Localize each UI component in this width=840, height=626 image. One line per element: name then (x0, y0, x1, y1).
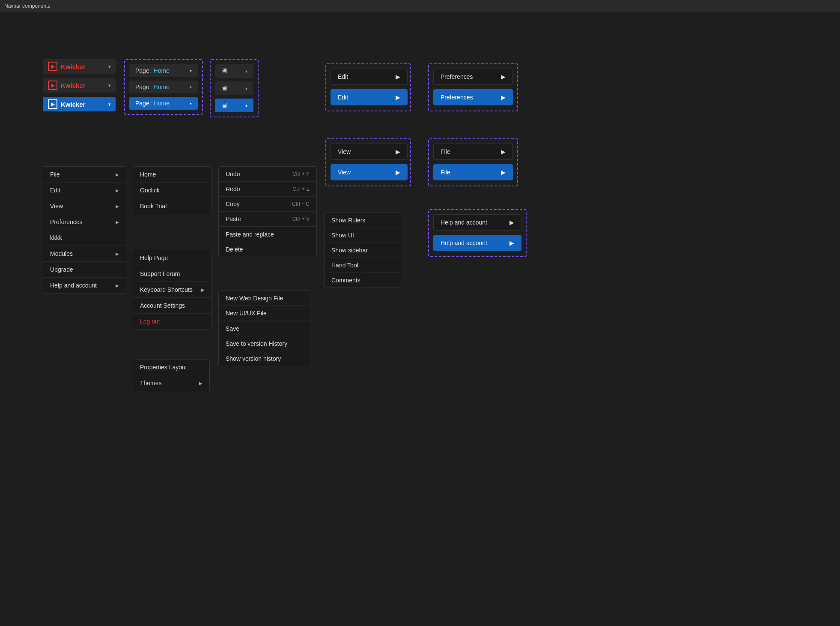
preferences-row-blue[interactable]: Preferences ▶ (433, 89, 513, 105)
nav-item-home[interactable]: Home (133, 167, 211, 183)
menu-item-upgrade-label: Upgrade (50, 266, 73, 273)
help-item-support-forum[interactable]: Support Forum (133, 266, 211, 282)
monitor-btn-dark2[interactable]: 🖥 ▾ (215, 81, 253, 95)
file-sub-new-ui[interactable]: New UI/UX File (219, 306, 310, 321)
page-label2: Page: (135, 84, 151, 90)
title-bar-label: Navbar components (4, 3, 50, 9)
menu-item-help[interactable]: Help and account ▶ (43, 278, 126, 293)
preferences-arrow-normal: ▶ (501, 73, 506, 80)
nav-item-book-trial[interactable]: Book Trial (133, 198, 211, 214)
file-sub-show-version[interactable]: Show version history (219, 351, 310, 366)
file-sub-save-label: Save (226, 325, 239, 332)
edit-row-blue[interactable]: Edit ▶ (331, 89, 408, 105)
shortcut-copy[interactable]: Copy Ctrl + C (219, 197, 316, 212)
page-btn-blue[interactable]: Page: Home ▾ (129, 97, 198, 110)
page-btn-dark1[interactable]: Page: Home ▾ (129, 64, 198, 77)
kwicker-label3: Kwicker (61, 101, 86, 108)
menu-item-file[interactable]: File ▶ (43, 167, 126, 183)
menu-item-help-arrow: ▶ (116, 283, 119, 288)
monitor-chevron1: ▾ (245, 69, 247, 74)
file-label-blue: File (441, 169, 450, 176)
edit-arrow-blue: ▶ (396, 94, 400, 101)
help-row-blue-top[interactable]: Help and account ▶ (433, 235, 521, 251)
kwicker-icon: ▶ (48, 62, 57, 71)
menu-item-file-label: File (50, 171, 60, 178)
help-item-log-out[interactable]: Log out (133, 314, 211, 329)
view-item-show-sidebar[interactable]: Show sidebar (325, 243, 401, 258)
page-dropdown-group: Page: Home ▾ Page: Home ▾ Page: Home ▾ (124, 59, 203, 115)
page-btn-dark2[interactable]: Page: Home ▾ (129, 81, 198, 93)
view-item-comments[interactable]: Comments (325, 273, 401, 288)
properties-item-themes-label: Themes (140, 380, 162, 386)
shortcut-paste-kbd: Ctrl + V (292, 216, 310, 222)
monitor-btn-blue[interactable]: 🖥 ▾ (215, 99, 253, 112)
help-dashed-container-top: Help and account ▶ Help and account ▶ (428, 209, 527, 257)
menu-item-kkkk-label: kkkk (50, 234, 62, 241)
menu-item-preferences-label: Preferences (50, 219, 82, 225)
view-dashed-container: View ▶ View ▶ (325, 138, 411, 186)
nav-item-book-trial-label: Book Trial (140, 203, 167, 210)
menu-item-kkkk[interactable]: kkkk (43, 230, 126, 246)
menu-item-edit-label: Edit (50, 187, 60, 194)
menu-item-help-label: Help and account (50, 282, 97, 289)
nav-item-onclick[interactable]: Onclick (133, 183, 211, 198)
file-dashed-container: File ▶ File ▶ (428, 138, 518, 186)
edit-arrow-normal: ▶ (396, 73, 400, 80)
view-item-show-sidebar-label: Show sidebar (331, 247, 368, 254)
view-arrow-normal: ▶ (396, 148, 400, 155)
shortcut-redo[interactable]: Redo Ctrl + Z (219, 182, 316, 197)
file-arrow-normal: ▶ (501, 148, 506, 155)
file-row-blue[interactable]: File ▶ (433, 164, 513, 180)
nav-item-onclick-label: Onclick (140, 187, 160, 194)
shortcut-paste[interactable]: Paste Ctrl + V (219, 212, 316, 227)
help-label-blue-top: Help and account (441, 240, 487, 246)
menu-item-upgrade[interactable]: Upgrade (43, 262, 126, 278)
shortcut-delete-label: Delete (226, 246, 243, 253)
menu-item-view[interactable]: View ▶ (43, 198, 126, 214)
kwicker-btn-dark1[interactable]: ▶ Kwicker ▾ (43, 59, 116, 74)
properties-item-layout[interactable]: Properties Layout (133, 359, 209, 375)
shortcut-undo[interactable]: Undo Ctrl + Y (219, 167, 316, 182)
file-sub-save-version[interactable]: Save to version History (219, 336, 310, 351)
menu-item-preferences[interactable]: Preferences ▶ (43, 214, 126, 230)
page-chevron1: ▾ (190, 69, 192, 73)
monitor-btn-dark1[interactable]: 🖥 ▾ (215, 64, 253, 78)
help-item-help-page[interactable]: Help Page (133, 250, 211, 266)
view-item-show-rulers[interactable]: Show Rulers (325, 213, 401, 228)
preferences-row-normal[interactable]: Preferences ▶ (433, 69, 513, 85)
view-row-normal[interactable]: View ▶ (331, 144, 408, 160)
file-row-normal[interactable]: File ▶ (433, 144, 513, 160)
menu-item-preferences-arrow: ▶ (116, 220, 119, 225)
kwicker-btn-dark2[interactable]: ▶ Kwicker ▾ (43, 78, 116, 93)
menu-item-edit[interactable]: Edit ▶ (43, 183, 126, 198)
help-arrow-blue-top: ▶ (509, 240, 514, 246)
view-item-hand-tool-label: Hand Tool (331, 262, 358, 269)
properties-menu: Properties Layout Themes ▶ (133, 359, 210, 391)
monitor-icon1: 🖥 (221, 67, 228, 75)
nav-menu: Home Onclick Book Trial (133, 166, 212, 214)
preferences-dashed-container: Preferences ▶ Preferences ▶ (428, 63, 518, 111)
preferences-arrow-blue: ▶ (501, 94, 506, 101)
shortcut-paste-replace[interactable]: Paste and replace (219, 227, 316, 242)
kwicker-btn-blue[interactable]: ▶ Kwicker ▾ (43, 97, 116, 111)
page-label1: Page: (135, 67, 151, 74)
shortcut-delete[interactable]: Delete (219, 242, 316, 257)
properties-item-themes[interactable]: Themes ▶ (133, 375, 209, 391)
help-item-account-settings[interactable]: Account Settings (133, 298, 211, 314)
view-item-show-ui[interactable]: Show UI (325, 228, 401, 243)
help-row-normal-top[interactable]: Help and account ▶ (433, 214, 521, 231)
menu-item-modules[interactable]: Modules ▶ (43, 246, 126, 262)
file-sub-show-version-label: Show version history (226, 355, 281, 362)
help-item-keyboard-shortcuts[interactable]: Keyboard Shortcuts ▶ (133, 282, 211, 298)
view-item-hand-tool[interactable]: Hand Tool (325, 258, 401, 273)
help-item-account-settings-label: Account Settings (140, 302, 185, 309)
help-item-keyboard-shortcuts-label: Keyboard Shortcuts (140, 286, 193, 293)
view-row-blue[interactable]: View ▶ (331, 164, 408, 180)
help-item-support-forum-label: Support Forum (140, 270, 180, 277)
edit-row-normal[interactable]: Edit ▶ (331, 69, 408, 85)
help-item-log-out-label: Log out (140, 318, 160, 325)
shortcut-copy-kbd: Ctrl + C (292, 201, 310, 207)
file-sub-new-ui-label: New UI/UX File (226, 310, 267, 317)
file-sub-new-web[interactable]: New Web Design File (219, 291, 310, 306)
file-sub-save[interactable]: Save (219, 321, 310, 336)
